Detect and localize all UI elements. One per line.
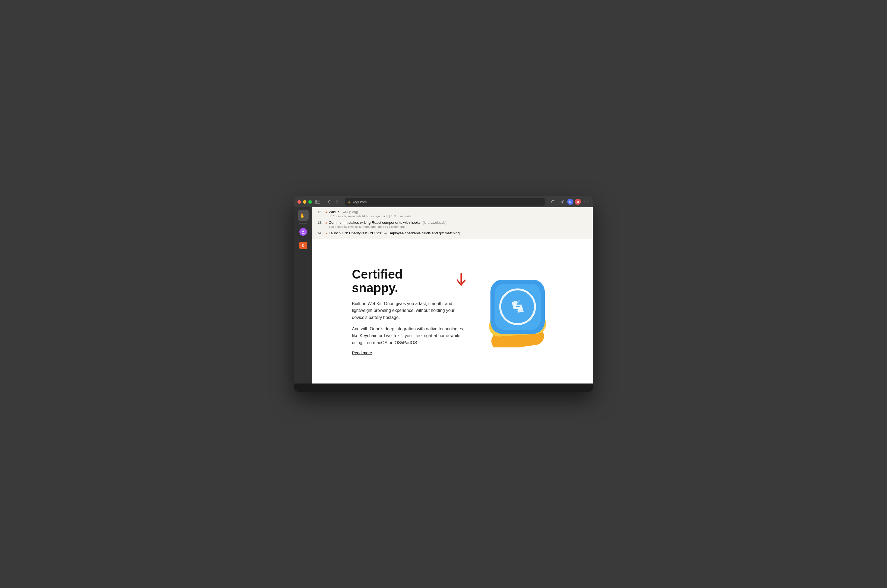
hn-popup: 12. ▲ Wiki.js (wiki.js.org) 307 points b… — [312, 207, 593, 239]
svg-rect-1 — [317, 200, 320, 200]
red-arrow-icon — [456, 273, 466, 290]
hn-item-13: 13. ▲ Common mistakes writing React comp… — [317, 220, 587, 228]
sidebar-item-add[interactable]: + — [298, 254, 308, 264]
content-area: 12. ▲ Wiki.js (wiki.js.org) 307 points b… — [312, 207, 593, 384]
hn-item-12-meta: 307 points by akandiah 14 hours ago | hi… — [329, 214, 412, 218]
orion-headline-text: Certified snappy. — [352, 267, 451, 295]
forward-button[interactable] — [334, 198, 341, 205]
more-options-button[interactable]: ··· — [582, 198, 589, 205]
lock-icon: 🔒 — [348, 200, 351, 203]
sidebar-divider-1 — [299, 224, 307, 224]
toolbar-right: U U ··· — [559, 198, 589, 205]
kagi-icon: K — [299, 242, 307, 249]
svg-point-4 — [562, 201, 563, 202]
orion-app-icon — [486, 276, 549, 347]
hn-item-13-domain: (lorenzweiss.de) — [423, 221, 447, 225]
hn-item-14-title[interactable]: Launch HN: Charityvest (YC S20) – Employ… — [329, 231, 460, 235]
web-content: Certified snappy. Built on WebKit, Orion… — [312, 239, 593, 384]
address-bar[interactable]: 🔒 kagi.com — [345, 198, 545, 206]
settings-icon[interactable] — [559, 198, 566, 205]
hn-item-12: 12. ▲ Wiki.js (wiki.js.org) 307 points b… — [317, 210, 587, 218]
add-tab-icon: + — [299, 255, 307, 263]
svg-rect-2 — [317, 201, 320, 202]
back-button[interactable] — [325, 198, 332, 205]
hn-item-14: 14. ▲ Launch HN: Charityvest (YC S20) – … — [317, 231, 587, 235]
traffic-lights — [298, 200, 312, 204]
svg-rect-0 — [316, 200, 317, 204]
hn-upvote-14[interactable]: ▲ — [325, 232, 328, 235]
reload-button[interactable] — [549, 198, 556, 205]
orion-text-content: Certified snappy. Built on WebKit, Orion… — [352, 267, 466, 356]
close-button[interactable] — [298, 200, 301, 204]
hn-item-12-domain: (wiki.js.org) — [342, 210, 358, 214]
sidebar-item-kagi[interactable]: K — [298, 240, 308, 251]
hn-item-12-number: 12. — [317, 210, 324, 214]
main-layout: ✋ ▾ K + — [294, 207, 593, 384]
sidebar-item-hand[interactable]: ✋ ▾ — [298, 210, 308, 221]
hn-item-13-title[interactable]: Common mistakes writing React components… — [329, 220, 421, 225]
svg-rect-3 — [317, 203, 320, 204]
svg-rect-11 — [495, 284, 541, 330]
orion-section: Certified snappy. Built on WebKit, Orion… — [330, 251, 574, 372]
title-bar: 🔒 kagi.com U U ··· — [294, 196, 593, 207]
hn-upvote-13[interactable]: ▲ — [325, 221, 328, 224]
nav-controls — [325, 198, 341, 205]
profile-badge-1[interactable]: U — [567, 199, 573, 205]
sidebar-avatar-icon — [299, 228, 307, 236]
hn-item-14-number: 14. — [317, 231, 324, 235]
address-text: kagi.com — [353, 200, 367, 204]
orion-app-icon-area — [482, 276, 553, 347]
minimize-button[interactable] — [303, 200, 307, 204]
hn-item-13-meta: 118 points by loweisz 5 hours ago | hide… — [329, 225, 447, 228]
hn-item-12-title[interactable]: Wiki.js — [329, 210, 339, 214]
orion-body-1: Built on WebKit, Orion gives you a fast,… — [352, 300, 466, 321]
mac-window: 🔒 kagi.com U U ··· ✋ ▾ — [294, 196, 593, 392]
read-more-link[interactable]: Read more — [352, 350, 372, 355]
hn-item-13-number: 13. — [317, 220, 324, 225]
bottom-bar — [294, 384, 593, 392]
hn-upvote-12[interactable]: ▲ — [325, 210, 328, 213]
svg-point-6 — [302, 231, 304, 232]
sidebar-item-avatar[interactable] — [298, 226, 308, 237]
orion-headline: Certified snappy. — [352, 267, 466, 295]
sidebar-toggle-button[interactable] — [314, 198, 321, 205]
sidebar: ✋ ▾ K + — [294, 207, 312, 384]
orion-body-2: And with Orion's deep integration with n… — [352, 326, 466, 346]
profile-badge-2[interactable]: U — [575, 199, 581, 205]
maximize-button[interactable] — [308, 200, 312, 204]
